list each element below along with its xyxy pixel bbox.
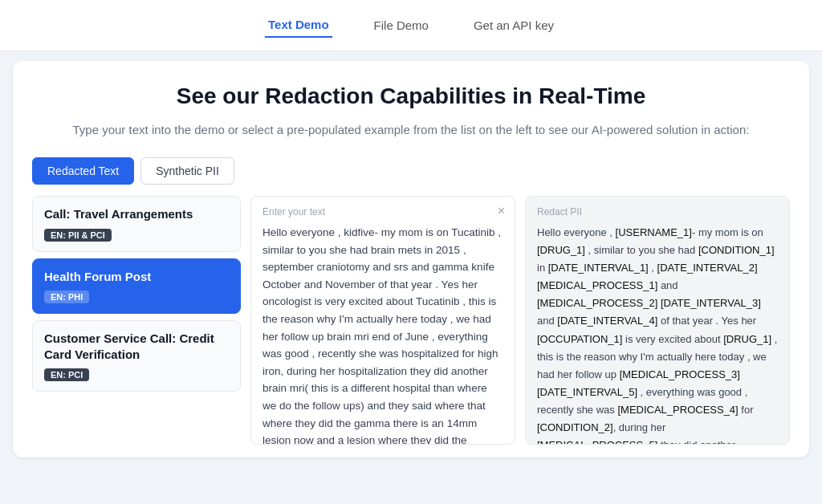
travel-card-title: Call: Travel Arrangements (44, 206, 229, 222)
nav-api-key[interactable]: Get an API key (470, 14, 557, 37)
hero-title: See our Redaction Capabilities in Real-T… (32, 83, 790, 109)
redacted-token: [MEDICAL_PROCESS_4] (617, 404, 738, 416)
close-icon[interactable]: × (498, 205, 505, 217)
redacted-token: [DATE_INTERVAL_4] (557, 315, 657, 327)
redacted-token: [DATE_INTERVAL_5] (537, 386, 637, 398)
main-card: See our Redaction Capabilities in Real-T… (13, 61, 809, 457)
redacted-token: [DRUG_1] (723, 333, 771, 345)
top-nav: Text Demo File Demo Get an API key (0, 0, 822, 51)
input-panel[interactable]: Enter your text × Hello everyone , kidfi… (250, 196, 515, 445)
input-text-content: Hello everyone , kidfive- my mom is on T… (262, 224, 503, 445)
credit-card-card[interactable]: Customer Service Call: Credit Card Verif… (32, 320, 241, 392)
credit-card-title: Customer Service Call: Credit Card Verif… (44, 331, 229, 362)
redacted-text-toggle[interactable]: Redacted Text (32, 157, 134, 185)
redacted-token: [DATE_INTERVAL_3] (661, 297, 761, 309)
demo-columns: Call: Travel Arrangements EN: PII & PCI … (32, 196, 790, 445)
input-panel-label: Enter your text (262, 206, 503, 217)
redact-panel-label: Redact PII (537, 206, 778, 217)
example-list: Call: Travel Arrangements EN: PII & PCI … (32, 196, 241, 445)
redacted-token: [USERNAME_1] (616, 226, 692, 238)
redacted-text-content: Hello everyone , [USERNAME_1]- my mom is… (537, 224, 778, 445)
nav-text-demo[interactable]: Text Demo (265, 13, 332, 38)
nav-file-demo[interactable]: File Demo (371, 14, 432, 37)
health-forum-card[interactable]: Health Forum Post EN: PHI (32, 258, 241, 315)
redacted-token: [OCCUPATION_1] (537, 333, 622, 345)
travel-card-badge: EN: PII & PCI (44, 229, 112, 242)
redacted-token: [CONDITION_1] (698, 244, 775, 256)
credit-card-badge: EN: PCI (44, 368, 89, 381)
redact-panel: Redact PII Hello everyone , [USERNAME_1]… (525, 196, 790, 445)
health-forum-card-title: Health Forum Post (44, 269, 229, 285)
redacted-token: [DATE_INTERVAL_1] (548, 262, 649, 274)
toggle-row: Redacted Text Synthetic PII (32, 157, 790, 185)
synthetic-pii-toggle[interactable]: Synthetic PII (140, 157, 234, 185)
hero-subtitle: Type your text into the demo or select a… (32, 120, 790, 140)
redacted-token: [CONDITION_2] (537, 421, 613, 433)
health-forum-card-badge: EN: PHI (44, 291, 89, 303)
travel-card[interactable]: Call: Travel Arrangements EN: PII & PCI (32, 196, 241, 252)
redacted-token: [DRUG_1] (537, 244, 585, 256)
redacted-token: [MEDICAL_PROCESS_2] (537, 297, 657, 309)
redacted-token: [DATE_INTERVAL_2] (657, 262, 758, 274)
redacted-token: [MEDICAL_PROCESS_1] (537, 279, 657, 291)
redacted-token: [MEDICAL_PROCESS_3] (620, 368, 740, 380)
redacted-token: [MEDICAL_PROCESS_5] (537, 439, 657, 445)
